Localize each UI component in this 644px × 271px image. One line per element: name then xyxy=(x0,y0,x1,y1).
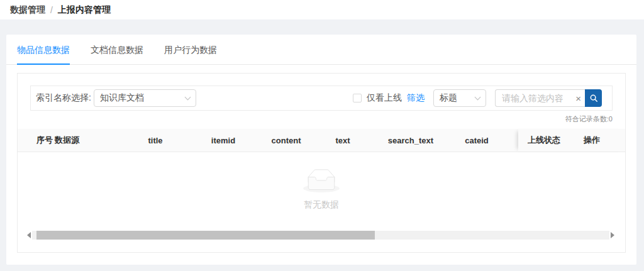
index-select-label: 索引名称选择: xyxy=(36,92,91,104)
breadcrumb-parent[interactable]: 数据管理 xyxy=(10,4,45,16)
col-header-action: 操作 xyxy=(575,135,600,146)
breadcrumb: 数据管理 / 上报内容管理 xyxy=(0,0,644,19)
col-header-title: title xyxy=(118,136,193,145)
index-select[interactable]: 知识库文档 xyxy=(94,89,196,107)
empty-state-text: 暂无数据 xyxy=(18,199,625,211)
table-header-row: 序号 数据源 title itemid content text search_… xyxy=(18,129,625,152)
breadcrumb-current: 上报内容管理 xyxy=(58,4,111,16)
search-input-box: × xyxy=(495,89,585,107)
chevron-down-icon xyxy=(184,94,191,100)
tab-item-info-data[interactable]: 物品信息数据 xyxy=(17,35,70,64)
chevron-down-icon xyxy=(475,94,481,100)
scrollbar-thumb[interactable] xyxy=(36,231,375,240)
col-header-content: content xyxy=(253,136,319,145)
main-card: 物品信息数据 文档信息数据 用户行为数据 索引名称选择: 知识库文档 仅看上线 … xyxy=(6,35,636,265)
search-input-group: × xyxy=(495,89,602,107)
search-button[interactable] xyxy=(585,89,602,107)
col-header-seq: 序号 xyxy=(18,135,55,146)
clear-icon[interactable]: × xyxy=(575,94,581,103)
tab-bar: 物品信息数据 文档信息数据 用户行为数据 xyxy=(6,35,636,65)
search-filter-group: 仅看上线 筛选 标题 × xyxy=(353,89,602,107)
online-only-checkbox[interactable] xyxy=(353,94,362,102)
empty-state: 暂无数据 xyxy=(18,169,625,211)
col-header-text: text xyxy=(319,136,367,145)
search-field-value: 标题 xyxy=(440,92,457,104)
horizontal-scrollbar xyxy=(27,230,614,240)
empty-box-icon xyxy=(303,169,340,192)
fixed-columns-header: 上线状态 操作 xyxy=(518,129,625,152)
search-input[interactable] xyxy=(502,93,573,103)
scrollbar-track[interactable] xyxy=(32,231,609,240)
tab-doc-info-data[interactable]: 文档信息数据 xyxy=(91,35,143,64)
col-header-itemid: itemid xyxy=(193,136,253,145)
index-select-value: 知识库文档 xyxy=(100,92,144,104)
online-only-label[interactable]: 仅看上线 xyxy=(367,92,402,104)
search-field-select[interactable]: 标题 xyxy=(433,89,486,107)
table-panel: 索引名称选择: 知识库文档 仅看上线 筛选 标题 × xyxy=(17,73,626,253)
scroll-left-arrow-icon[interactable] xyxy=(27,232,31,238)
filter-link[interactable]: 筛选 xyxy=(407,92,425,104)
match-count-label: 符合记录条数:0 xyxy=(30,115,613,123)
filter-toolbar: 索引名称选择: 知识库文档 仅看上线 筛选 标题 × xyxy=(30,86,613,111)
col-header-cateid: cateid xyxy=(455,136,499,145)
col-header-online-status: 上线状态 xyxy=(518,135,575,146)
scroll-right-arrow-icon[interactable] xyxy=(611,232,614,238)
search-icon xyxy=(589,94,598,102)
breadcrumb-separator: / xyxy=(50,5,53,15)
tab-user-behavior-data[interactable]: 用户行为数据 xyxy=(164,35,217,64)
index-select-group: 索引名称选择: 知识库文档 xyxy=(36,89,196,107)
col-header-datasource: 数据源 xyxy=(55,135,118,146)
col-header-search-text: search_text xyxy=(367,136,455,145)
